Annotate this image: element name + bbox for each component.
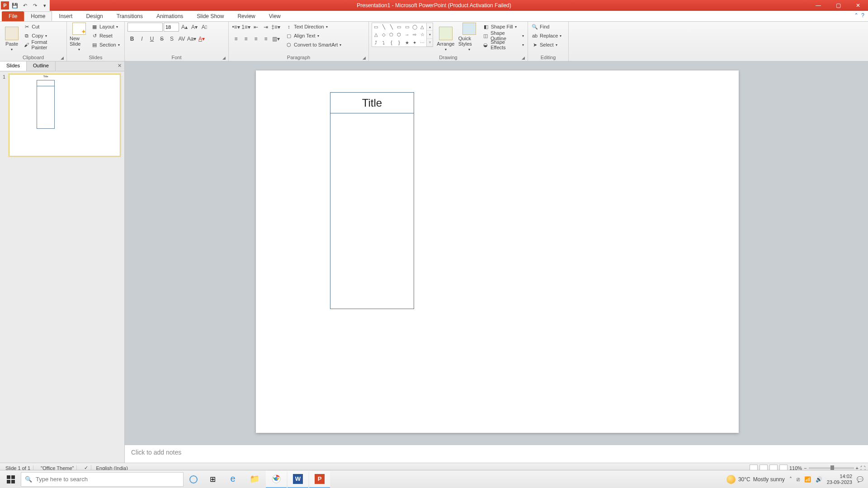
change-case-button[interactable]: Aa▾ (187, 34, 196, 43)
text-direction-button[interactable]: ↕Text Direction ▾ (285, 23, 342, 31)
increase-indent-button[interactable]: ⇥ (261, 23, 270, 32)
align-right-button[interactable]: ≡ (251, 34, 260, 43)
slide-canvas-viewport[interactable]: Title (125, 61, 868, 445)
font-size-combo[interactable]: 18 (164, 23, 179, 32)
quick-styles-button[interactable]: Quick Styles▾ (458, 23, 480, 52)
replace-button[interactable]: abReplace ▾ (531, 32, 562, 40)
tab-view[interactable]: View (262, 11, 288, 21)
align-center-button[interactable]: ≡ (241, 34, 250, 43)
numbering-button[interactable]: 1≡▾ (241, 23, 250, 32)
tab-insert[interactable]: Insert (52, 11, 79, 21)
tray-chevron-icon[interactable]: ˄ (789, 476, 792, 483)
shape-fill-label: Shape Fill (491, 24, 513, 29)
weather-widget[interactable]: 30°C Mostly sunny (726, 475, 785, 484)
help-icon[interactable]: ? (861, 12, 864, 19)
convert-smartart-button[interactable]: ⬡Convert to SmartArt ▾ (285, 41, 342, 49)
taskbar-app-edge[interactable]: e (222, 471, 243, 488)
tray-clock[interactable]: 14:02 23-09-2023 (827, 474, 852, 485)
tray-volume-icon[interactable]: 🔊 (816, 476, 822, 483)
character-spacing-button[interactable]: AV (177, 34, 186, 43)
app-icon[interactable]: P (1, 1, 9, 9)
tab-file[interactable]: File (2, 11, 24, 21)
drawing-dialog-launcher[interactable]: ◢ (522, 56, 525, 60)
font-group-label: Font (171, 55, 181, 60)
clear-formatting-button[interactable]: A⃠ (200, 23, 209, 32)
thumbnail-title-text: Title (37, 75, 55, 78)
search-placeholder: Type here to search (36, 476, 88, 483)
underline-button[interactable]: U (147, 34, 156, 43)
zoom-slider[interactable] (809, 467, 854, 469)
tab-review[interactable]: Review (231, 11, 262, 21)
arrange-button[interactable]: Arrange▾ (435, 23, 457, 52)
panel-tab-outline[interactable]: Outline (27, 61, 56, 71)
grow-font-button[interactable]: A▴ (180, 23, 189, 32)
clipboard-dialog-launcher[interactable]: ◢ (61, 56, 64, 60)
save-icon[interactable]: 💾 (11, 1, 19, 9)
minimize-button[interactable]: — (808, 0, 828, 11)
shape-outline-button[interactable]: ◫Shape Outline ▾ (482, 32, 525, 40)
section-button[interactable]: ▤Section ▾ (90, 41, 121, 49)
taskbar-app-word[interactable]: W (288, 471, 308, 488)
taskbar-app-explorer[interactable]: 📁 (244, 471, 265, 488)
start-button[interactable] (2, 472, 20, 487)
tray-meet-now-icon[interactable]: ⎚ (797, 476, 800, 483)
bullets-button[interactable]: •≡▾ (231, 23, 241, 32)
cortana-button[interactable] (184, 472, 203, 487)
strikethrough-button[interactable]: S (157, 34, 166, 43)
find-button[interactable]: 🔍Find (531, 23, 562, 31)
tab-transitions[interactable]: Transitions (110, 11, 150, 21)
redo-icon[interactable]: ↷ (31, 1, 39, 9)
format-painter-button[interactable]: 🖌Format Painter (23, 41, 64, 49)
taskbar-app-powerpoint[interactable]: P (309, 471, 330, 488)
notes-pane[interactable]: Click to add notes (125, 445, 868, 463)
table-shape[interactable]: Title (330, 92, 414, 309)
italic-button[interactable]: I (137, 34, 146, 43)
fill-icon: ◧ (483, 23, 489, 30)
tab-animations[interactable]: Animations (150, 11, 190, 21)
tray-date: 23-09-2023 (827, 479, 852, 485)
text-shadow-button[interactable]: S (167, 34, 176, 43)
font-dialog-launcher[interactable]: ◢ (222, 56, 226, 60)
font-color-button[interactable]: A▾ (197, 34, 206, 43)
tab-slideshow[interactable]: Slide Show (190, 11, 231, 21)
panel-tab-slides[interactable]: Slides (0, 61, 27, 71)
tray-notifications-icon[interactable]: 💬 (857, 476, 863, 483)
justify-button[interactable]: ≡ (261, 34, 270, 43)
select-button[interactable]: ➤Select ▾ (531, 41, 562, 49)
align-text-button[interactable]: ▢Align Text ▾ (285, 32, 342, 40)
cut-button[interactable]: ✂Cut (23, 23, 64, 31)
slide-canvas[interactable]: Title (256, 70, 739, 433)
undo-icon[interactable]: ↶ (21, 1, 29, 9)
task-view-button[interactable]: ⊞ (203, 472, 222, 487)
tab-design[interactable]: Design (79, 11, 109, 21)
shrink-font-button[interactable]: A▾ (190, 23, 199, 32)
qat-customize-icon[interactable]: ▾ (41, 1, 49, 9)
panel-close-icon[interactable]: ✕ (118, 63, 122, 69)
minimize-ribbon-icon[interactable]: ⌃ (854, 12, 859, 19)
taskbar-search[interactable]: 🔍 Type here to search (21, 472, 184, 487)
maximize-button[interactable]: ▢ (828, 0, 848, 11)
slide-area: Title Click to add notes (125, 61, 868, 463)
layout-button[interactable]: ▦Layout ▾ (90, 23, 121, 31)
decrease-indent-button[interactable]: ⇤ (251, 23, 260, 32)
reset-button[interactable]: ↺Reset (90, 32, 121, 40)
slide-thumbnail[interactable]: Title (9, 74, 120, 156)
copy-button[interactable]: ⧉Copy ▾ (23, 32, 64, 40)
font-family-combo[interactable] (127, 23, 163, 32)
line-spacing-button[interactable]: ‡≡▾ (271, 23, 280, 32)
close-button[interactable]: ✕ (848, 0, 868, 11)
shapes-gallery-scroll[interactable]: ▴▾▿ (427, 23, 433, 47)
taskbar-app-chrome[interactable] (266, 471, 287, 488)
columns-button[interactable]: ▥▾ (271, 34, 280, 43)
shape-effects-button[interactable]: ◒Shape Effects ▾ (482, 41, 525, 49)
align-left-button[interactable]: ≡ (231, 34, 241, 43)
table-title-cell[interactable]: Title (330, 93, 414, 113)
tab-home[interactable]: Home (24, 11, 52, 21)
shapes-gallery[interactable]: ▭╲╲▭▭◯△ △◇⬠⬡→⇨☆ ⤴⤵{}★✦⋯ (372, 23, 427, 47)
paragraph-dialog-launcher[interactable]: ◢ (363, 56, 366, 60)
paste-button[interactable]: Paste ▾ (3, 23, 21, 52)
shape-fill-button[interactable]: ◧Shape Fill ▾ (482, 23, 525, 31)
bold-button[interactable]: B (127, 34, 137, 43)
new-slide-button[interactable]: ✦ New Slide ▾ (70, 23, 89, 52)
tray-wifi-icon[interactable]: 📶 (804, 476, 811, 483)
